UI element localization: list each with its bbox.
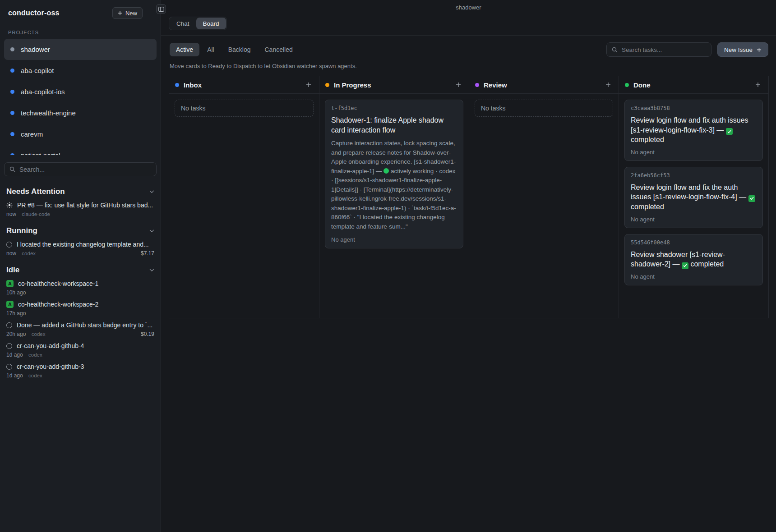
task-title: Review shadower [s1-review-shadower-2] —… [631, 250, 757, 269]
app-title: conductor-oss [8, 9, 60, 17]
column-status-dot [175, 83, 179, 87]
agent-item-meta: now codex $7.17 [6, 250, 154, 257]
plus-icon [757, 47, 762, 52]
tab-chat[interactable]: Chat [170, 18, 196, 29]
plus-icon [118, 11, 122, 15]
agent-meta-left: now codex [6, 250, 36, 257]
board-toolbar: Active All Backlog Cancelled New Issue [161, 36, 776, 57]
task-card[interactable]: 55d546f00e48 Review shadower [s1-review-… [624, 234, 763, 285]
column-body: No tasks [469, 94, 619, 123]
agent-meta-left: 20h ago codex [6, 331, 45, 337]
column-status-dot [475, 83, 479, 87]
add-task-button[interactable] [604, 80, 613, 89]
project-dot [10, 69, 14, 73]
agent-avatar-badge: A [6, 301, 14, 308]
agent-meta-left: 1d ago codex [6, 372, 42, 379]
filter-cancelled[interactable]: Cancelled [259, 43, 299, 56]
project-dot [10, 132, 14, 136]
completed-check-icon [682, 262, 688, 269]
filter-active[interactable]: Active [170, 43, 199, 56]
column-header: Inbox [169, 76, 319, 94]
project-name: aba-copilot-ios [21, 88, 65, 96]
board-column-done: Done c3caaa3b8758 Review login flow and … [619, 76, 768, 318]
add-task-button[interactable] [753, 80, 762, 89]
board-column-review: Review No tasks [469, 76, 619, 318]
task-agent: No agent [631, 149, 757, 156]
project-item-aba-copilot-ios[interactable]: aba-copilot-ios [4, 81, 157, 102]
board-column-in-progress: In Progress t-f5d1ec Shadower-1: finaliz… [319, 76, 469, 318]
sun-icon [6, 202, 13, 208]
column-status-dot [325, 83, 329, 87]
add-task-button[interactable] [454, 80, 463, 89]
sidebar-search[interactable] [4, 162, 157, 176]
project-name: aba-copilot [21, 67, 54, 74]
agent-item-title: cr-can-you-add-github-3 [17, 363, 154, 370]
project-item-shadower[interactable]: shadower [4, 39, 157, 60]
project-dot [10, 153, 14, 155]
section-header-running[interactable]: Running [5, 221, 156, 239]
empty-placeholder: No tasks [475, 100, 613, 117]
project-item-techwealth-engine[interactable]: techwealth-engine [4, 102, 157, 124]
window-title-strip: shadower [161, 0, 776, 14]
agent-item-meta: 1d ago codex [6, 352, 154, 358]
tab-board[interactable]: Board [196, 18, 226, 29]
view-tab-group: Chat Board [169, 17, 227, 30]
agent-item-idle-4[interactable]: cr-can-you-add-github-3 1d ago codex [5, 362, 156, 382]
new-button[interactable]: New [112, 7, 143, 19]
agent-item-idle-0[interactable]: A co-healthcheck-workspace-1 10h ago [5, 279, 156, 299]
new-issue-label: New Issue [724, 46, 753, 53]
agent-item-title-row: PR #8 — fix: use flat style for GitHub s… [6, 202, 154, 209]
task-status-text: completed [631, 136, 664, 143]
projects-section-label: PROJECTS [0, 23, 161, 39]
task-agent: No agent [631, 273, 757, 280]
filter-all[interactable]: All [201, 43, 221, 56]
agent-item-idle-2[interactable]: Done — added a GitHub stars badge entry … [5, 320, 156, 341]
tasks-search[interactable] [606, 42, 711, 57]
agent-item-time: 10h ago [6, 289, 26, 296]
agent-item-running-0[interactable]: I located the existing changelog templat… [5, 239, 156, 260]
new-issue-button[interactable]: New Issue [717, 42, 768, 57]
empty-placeholder: No tasks [175, 100, 314, 117]
chevron-down-icon [149, 190, 154, 193]
agent-sections: Needs Attention PR #8 — fix: use flat st… [0, 179, 161, 532]
agent-meta-left: now claude-code [6, 211, 50, 217]
task-card[interactable]: 2fa6eb56cf53 Review login flow and fix t… [624, 167, 763, 228]
column-title: Review [484, 81, 507, 89]
board-column-inbox: Inbox No tasks [169, 76, 319, 318]
filter-backlog[interactable]: Backlog [222, 43, 257, 56]
tasks-search-input[interactable] [622, 46, 706, 53]
completed-check-icon [726, 128, 733, 135]
agent-item-title: Done — added a GitHub stars badge entry … [17, 321, 154, 329]
section-header-needs-attention[interactable]: Needs Attention [5, 182, 156, 200]
project-item-aba-copilot[interactable]: aba-copilot [4, 60, 157, 81]
project-name: patient-portal [21, 151, 60, 155]
column-title: Inbox [184, 81, 202, 89]
task-title: Review login flow and fix the auth issue… [631, 183, 757, 212]
agent-item-idle-1[interactable]: A co-healthcheck-workspace-2 17h ago [5, 299, 156, 320]
view-tabs: Chat Board [161, 14, 776, 36]
spinner-icon [6, 242, 12, 248]
project-item-carevm[interactable]: carevm [4, 124, 157, 145]
sidebar-toggle-button[interactable] [156, 4, 166, 14]
spinner-icon [6, 364, 12, 370]
section-header-idle[interactable]: Idle [5, 260, 156, 279]
task-status-text: completed [631, 203, 664, 211]
column-title: In Progress [334, 81, 371, 89]
agent-item-agent: claude-code [22, 211, 50, 217]
add-task-button[interactable] [304, 80, 313, 89]
agent-item-needs-attention-0[interactable]: PR #8 — fix: use flat style for GitHub s… [5, 200, 156, 221]
agent-avatar-badge: A [6, 280, 14, 287]
project-name: techwealth-engine [21, 109, 76, 117]
agent-item-agent: codex [32, 331, 46, 337]
agent-item-cost: $7.17 [141, 250, 154, 257]
task-card[interactable]: c3caaa3b8758 Review login flow and fix a… [624, 100, 763, 161]
task-card[interactable]: t-f5d1ec Shadower-1: finalize Apple shad… [325, 100, 463, 248]
agent-item-idle-3[interactable]: cr-can-you-add-github-4 1d ago codex [5, 341, 156, 362]
agent-item-time: 1d ago [6, 352, 23, 358]
project-item-patient-portal[interactable]: patient-portal [4, 145, 157, 155]
plus-icon [755, 82, 761, 87]
main-area: shadower Chat Board Active All Backlog C… [161, 0, 776, 532]
sidebar-search-input[interactable] [19, 166, 151, 173]
task-id: t-f5d1ec [331, 105, 457, 111]
agent-item-agent: codex [28, 352, 42, 358]
